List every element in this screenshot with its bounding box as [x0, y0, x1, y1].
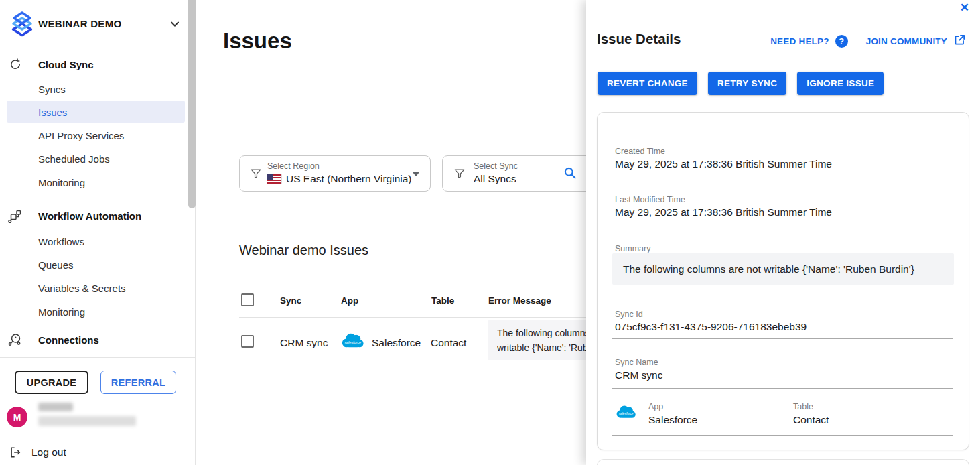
column-header-error: Error Message [488, 295, 551, 306]
close-icon[interactable]: ✕ [960, 1, 969, 15]
sync-id-label: Sync Id [615, 310, 643, 319]
last-modified-label: Last Modified Time [615, 195, 685, 204]
user-name-redacted [38, 403, 73, 411]
logout-button[interactable]: Log out [31, 446, 66, 458]
sync-name-value: CRM sync [615, 369, 662, 381]
salesforce-icon: salesforce [615, 405, 636, 423]
sync-name-label: Sync Name [615, 358, 658, 367]
panel-title: Issue Details [597, 31, 681, 47]
summary-label: Summary [615, 244, 650, 253]
workspace-logo-icon[interactable] [9, 11, 36, 38]
region-filter[interactable]: Select Region US East (Northern Virginia… [239, 155, 431, 192]
field-divider [612, 338, 953, 339]
table-label: Table [793, 402, 813, 411]
issue-details-card: Created Time May 29, 2025 at 17:38:36 Br… [597, 112, 969, 450]
workspace-name[interactable]: WEBINAR DEMO [38, 18, 121, 29]
page-title: Issues [223, 28, 292, 54]
next-card-edge [597, 459, 969, 465]
sidebar: WEBINAR DEMO Cloud Sync Syncs Issues API… [0, 0, 196, 465]
need-help-link[interactable]: NEED HELP? [770, 36, 829, 46]
retry-sync-button[interactable]: RETRY SYNC [708, 72, 786, 95]
funnel-icon [453, 167, 466, 183]
help-icon[interactable]: ? [835, 35, 848, 48]
select-all-checkbox[interactable] [241, 293, 254, 306]
summary-value: The following columns are not writable {… [612, 253, 954, 285]
user-email-redacted [38, 416, 136, 426]
revert-change-button[interactable]: REVERT CHANGE [598, 72, 697, 95]
field-divider [612, 289, 953, 289]
sidebar-scrollbar-thumb[interactable] [188, 0, 196, 208]
sidebar-divider [0, 357, 196, 358]
column-header-sync: Sync [280, 295, 301, 306]
connections-icon [7, 332, 22, 350]
app-value: Salesforce [648, 414, 697, 426]
created-time-value: May 29, 2025 at 17:38:36 British Summer … [615, 158, 832, 170]
sidebar-item-variables-secrets[interactable]: Variables & Secrets [38, 283, 126, 294]
sidebar-item-api-proxy-services[interactable]: API Proxy Services [38, 130, 124, 141]
svg-text:salesforce: salesforce [619, 412, 634, 415]
chevron-down-icon[interactable] [168, 17, 182, 34]
us-flag-icon [267, 174, 281, 184]
app-label: App [648, 402, 663, 411]
row-app: Salesforce [372, 337, 421, 349]
section-cloud-sync: Cloud Sync [38, 59, 94, 70]
row-table: Contact [431, 337, 466, 349]
row-sync: CRM sync [280, 337, 328, 349]
sidebar-item-monitoring[interactable]: Monitoring [38, 177, 85, 188]
sidebar-item-syncs[interactable]: Syncs [38, 84, 66, 95]
field-divider [612, 388, 953, 389]
table-value: Contact [793, 414, 829, 426]
sync-filter-value: All Syncs [474, 173, 516, 185]
ignore-issue-button[interactable]: IGNORE ISSUE [797, 72, 884, 95]
field-divider [612, 435, 953, 436]
section-workflow-automation: Workflow Automation [38, 210, 141, 222]
sidebar-item-workflows[interactable]: Workflows [38, 236, 84, 247]
sidebar-item-scheduled-jobs[interactable]: Scheduled Jobs [38, 153, 110, 165]
region-filter-value: US East (Northern Virginia) [286, 173, 412, 185]
external-link-icon[interactable] [953, 34, 966, 49]
row-checkbox[interactable] [241, 335, 254, 348]
created-time-label: Created Time [615, 147, 665, 156]
sidebar-item-monitoring-wf[interactable]: Monitoring [38, 306, 85, 318]
search-icon[interactable] [563, 166, 577, 182]
dropdown-caret-icon[interactable] [413, 172, 419, 176]
sync-filter-label: Select Sync [474, 161, 518, 171]
issues-table-title: Webinar demo Issues [239, 243, 368, 258]
logout-icon [9, 446, 21, 461]
column-header-app: App [341, 295, 358, 306]
sync-icon [9, 58, 22, 74]
workflow-icon [7, 209, 22, 226]
column-header-table: Table [431, 295, 454, 306]
funnel-icon [250, 167, 262, 183]
section-connections[interactable]: Connections [38, 334, 99, 346]
join-community-link[interactable]: JOIN COMMUNITY [866, 36, 947, 46]
svg-text:salesforce: salesforce [344, 340, 361, 344]
field-divider [612, 174, 953, 174]
referral-button[interactable]: REFERRAL [100, 371, 176, 394]
region-filter-label: Select Region [267, 161, 320, 171]
sync-id-value: 075cf9c3-f131-4375-9206-716183ebeb39 [615, 321, 807, 333]
sidebar-item-queues[interactable]: Queues [38, 259, 74, 271]
sidebar-item-issues[interactable]: Issues [38, 107, 67, 118]
last-modified-value: May 29, 2025 at 17:38:36 British Summer … [615, 206, 832, 218]
field-divider [612, 222, 953, 222]
selected-item-highlight [7, 101, 185, 123]
issue-details-panel: ✕ Issue Details NEED HELP? ? JOIN COMMUN… [586, 0, 980, 465]
salesforce-icon: salesforce [340, 332, 364, 352]
avatar: M [7, 407, 27, 427]
upgrade-button[interactable]: UPGRADE [15, 371, 88, 394]
